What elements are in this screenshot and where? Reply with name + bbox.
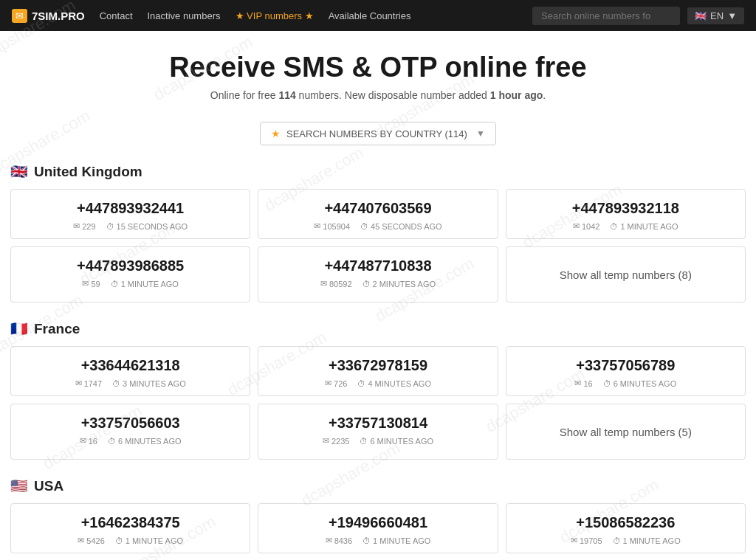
nav-countries[interactable]: Available Countries (329, 10, 411, 21)
hero-section: Receive SMS & OTP online free Online for… (0, 31, 756, 108)
message-count: ✉ 2235 (323, 436, 349, 446)
message-count: ✉ 1747 (75, 378, 102, 388)
phone-meta: ✉ 1747 ⏱ 3 MINUTES AGO (23, 378, 238, 388)
phone-number: +447893932441 (23, 200, 238, 217)
time-ago: ⏱ 3 MINUTES AGO (112, 379, 186, 388)
phone-number: +15086582236 (518, 514, 733, 531)
chevron-down-icon: ▼ (727, 10, 737, 21)
envelope-icon: ✉ (78, 536, 84, 545)
time-ago: ⏱ 6 MINUTES AGO (603, 379, 677, 388)
show-all-button[interactable]: Show all temp numbers (5) (506, 404, 746, 460)
logo[interactable]: ✉ 7SIM.PRO (12, 9, 85, 23)
section-uk: 🇬🇧United Kingdom+447893932441 ✉ 229 ⏱ 15… (10, 163, 746, 303)
phone-meta: ✉ 105904 ⏱ 45 SECONDS AGO (270, 221, 485, 231)
country-heading-fr: 🇫🇷France (10, 320, 746, 337)
nav-inactive[interactable]: Inactive numbers (148, 10, 221, 21)
phone-meta: ✉ 8436 ⏱ 1 MINUTE AGO (270, 536, 485, 545)
country-name: United Kingdom (34, 164, 142, 180)
nav-links: Contact Inactive numbers ★ VIP numbers ★… (100, 10, 532, 21)
clock-icon: ⏱ (106, 222, 114, 231)
phone-card[interactable]: +33757056789 ✉ 16 ⏱ 6 MINUTES AGO (506, 346, 746, 396)
clock-icon: ⏱ (603, 379, 611, 388)
message-count: ✉ 105904 (314, 221, 350, 231)
country-name: France (34, 321, 80, 337)
phone-card[interactable]: +33644621318 ✉ 1747 ⏱ 3 MINUTES AGO (10, 346, 250, 396)
envelope-icon: ✉ (75, 378, 82, 388)
chevron-down-icon: ▼ (476, 128, 485, 139)
hero-title: Receive SMS & OTP online free (15, 52, 741, 83)
phone-card[interactable]: +16462384375 ✉ 5426 ⏱ 1 MINUTE AGO (10, 503, 250, 553)
phone-grid-fr: +33644621318 ✉ 1747 ⏱ 3 MINUTES AGO +336… (10, 346, 746, 460)
envelope-icon: ✉ (82, 279, 89, 288)
clock-icon: ⏱ (115, 536, 123, 545)
phone-meta: ✉ 16 ⏱ 6 MINUTES AGO (23, 436, 238, 446)
phone-grid-uk: +447893932441 ✉ 229 ⏱ 15 SECONDS AGO +44… (10, 189, 746, 303)
hero-subtitle: Online for free 114 numbers. New disposa… (15, 89, 741, 101)
star-icon: ★ (271, 128, 281, 139)
country-heading-usa: 🇺🇸USA (10, 477, 746, 494)
time-ago: ⏱ 45 SECONDS AGO (360, 222, 442, 231)
flag-icon: 🇺🇸 (10, 477, 28, 494)
phone-number: +447893932118 (518, 200, 733, 217)
phone-number: +447487710838 (270, 257, 485, 274)
time-ago: ⏱ 1 MINUTE AGO (115, 536, 183, 545)
search-input[interactable] (532, 7, 680, 25)
phone-card[interactable]: +447893932441 ✉ 229 ⏱ 15 SECONDS AGO (10, 189, 250, 239)
country-heading-uk: 🇬🇧United Kingdom (10, 163, 746, 180)
envelope-icon: ✉ (80, 436, 86, 446)
message-count: ✉ 16 (80, 436, 97, 446)
phone-meta: ✉ 229 ⏱ 15 SECONDS AGO (23, 221, 238, 231)
message-count: ✉ 5426 (78, 536, 104, 545)
logo-text: 7SIM.PRO (32, 10, 85, 22)
phone-meta: ✉ 726 ⏱ 4 MINUTES AGO (270, 378, 485, 388)
phone-grid-usa: +16462384375 ✉ 5426 ⏱ 1 MINUTE AGO +1949… (10, 503, 746, 560)
phone-card[interactable]: +33757130814 ✉ 2235 ⏱ 6 MINUTES AGO (258, 404, 498, 460)
envelope-icon: ✉ (326, 536, 332, 545)
country-filter: ★ SEARCH NUMBERS BY COUNTRY (114) ▼ (0, 122, 756, 145)
time-ago: ⏱ 6 MINUTES AGO (360, 437, 433, 446)
phone-card[interactable]: +447407603569 ✉ 105904 ⏱ 45 SECONDS AGO (258, 189, 498, 239)
clock-icon: ⏱ (360, 437, 368, 446)
phone-number: +447893986885 (23, 257, 238, 274)
envelope-icon: ✉ (574, 378, 581, 388)
time-ago: ⏱ 15 SECONDS AGO (106, 222, 188, 231)
nav-vip[interactable]: ★ VIP numbers ★ (236, 10, 314, 21)
clock-icon: ⏱ (610, 222, 618, 231)
message-count: ✉ 229 (73, 221, 95, 231)
logo-icon: ✉ (12, 9, 27, 23)
section-usa: 🇺🇸USA+16462384375 ✉ 5426 ⏱ 1 MINUTE AGO … (10, 477, 746, 560)
envelope-icon: ✉ (323, 436, 329, 446)
phone-meta: ✉ 5426 ⏱ 1 MINUTE AGO (23, 536, 238, 545)
lang-selector[interactable]: 🇬🇧 EN ▼ (687, 7, 744, 24)
message-count: ✉ 16 (574, 378, 592, 388)
time-ago: ⏱ 4 MINUTES AGO (357, 379, 431, 388)
phone-card[interactable]: +447893986885 ✉ 59 ⏱ 1 MINUTE AGO (10, 246, 250, 303)
envelope-icon: ✉ (73, 221, 80, 231)
phone-card[interactable]: +19496660481 ✉ 8436 ⏱ 1 MINUTE AGO (258, 503, 498, 553)
phone-card[interactable]: +447893932118 ✉ 1042 ⏱ 1 MINUTE AGO (506, 189, 746, 239)
show-all-button[interactable]: Show all temp numbers (8) (506, 246, 746, 303)
phone-card[interactable]: +33672978159 ✉ 726 ⏱ 4 MINUTES AGO (258, 346, 498, 396)
envelope-icon: ✉ (320, 279, 327, 288)
section-fr: 🇫🇷France+33644621318 ✉ 1747 ⏱ 3 MINUTES … (10, 320, 746, 460)
clock-icon: ⏱ (111, 280, 119, 288)
time-ago: ⏱ 1 MINUTE AGO (111, 280, 179, 288)
flag-icon: 🇬🇧 (10, 163, 28, 180)
phone-meta: ✉ 19705 ⏱ 1 MINUTE AGO (518, 536, 733, 545)
phone-card[interactable]: +15086582236 ✉ 19705 ⏱ 1 MINUTE AGO (506, 503, 746, 553)
country-select[interactable]: ★ SEARCH NUMBERS BY COUNTRY (114) ▼ (260, 122, 496, 145)
phone-meta: ✉ 16 ⏱ 6 MINUTES AGO (518, 378, 733, 388)
clock-icon: ⏱ (362, 536, 371, 545)
nav-contact[interactable]: Contact (100, 10, 133, 21)
message-count: ✉ 59 (82, 279, 100, 288)
phone-card[interactable]: +447487710838 ✉ 80592 ⏱ 2 MINUTES AGO (258, 246, 498, 303)
phone-number: +33672978159 (270, 357, 485, 374)
time-ago: ⏱ 6 MINUTES AGO (108, 437, 182, 446)
phone-number: +33757056603 (23, 415, 238, 432)
phone-meta: ✉ 59 ⏱ 1 MINUTE AGO (23, 279, 238, 288)
phone-card[interactable]: +33757056603 ✉ 16 ⏱ 6 MINUTES AGO (10, 404, 250, 460)
flag-icon: 🇬🇧 (695, 10, 707, 21)
clock-icon: ⏱ (357, 379, 365, 388)
envelope-icon: ✉ (571, 536, 577, 545)
phone-meta: ✉ 1042 ⏱ 1 MINUTE AGO (518, 221, 733, 231)
